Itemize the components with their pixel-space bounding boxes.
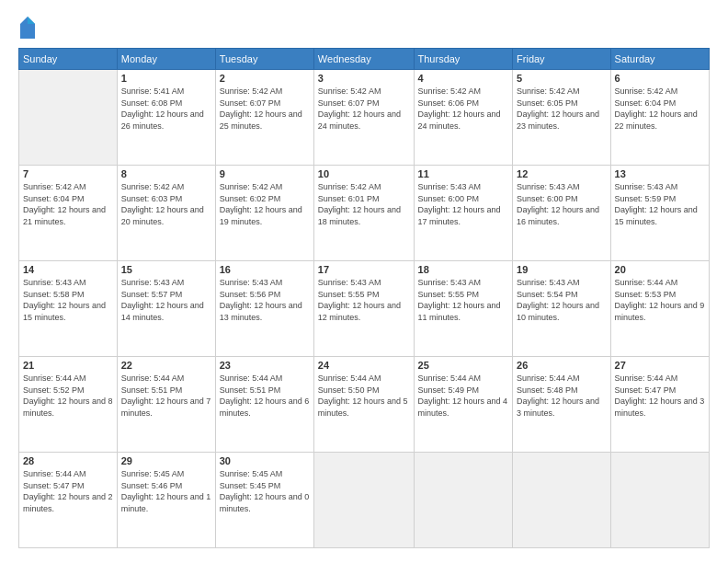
sunset-time: Sunset: 6:07 PM bbox=[318, 98, 410, 109]
calendar-cell bbox=[414, 453, 513, 548]
day-number: 12 bbox=[517, 168, 607, 179]
daylight-hours: Daylight: 12 hours and 15 minutes. bbox=[615, 204, 705, 227]
calendar-week-row: 1 Sunrise: 5:41 AM Sunset: 6:08 PM Dayli… bbox=[19, 70, 710, 166]
calendar-cell: 1 Sunrise: 5:41 AM Sunset: 6:08 PM Dayli… bbox=[117, 70, 215, 166]
weekday-header: Tuesday bbox=[215, 49, 313, 70]
sunrise-time: Sunrise: 5:42 AM bbox=[615, 86, 705, 98]
daylight-hours: Daylight: 12 hours and 10 minutes. bbox=[517, 300, 607, 323]
calendar-cell: 29 Sunrise: 5:45 AM Sunset: 5:46 PM Dayl… bbox=[117, 453, 215, 548]
sunrise-time: Sunrise: 5:43 AM bbox=[220, 277, 310, 289]
daylight-hours: Daylight: 12 hours and 17 minutes. bbox=[418, 204, 509, 227]
sunrise-time: Sunrise: 5:43 AM bbox=[615, 181, 705, 193]
daylight-hours: Daylight: 12 hours and 16 minutes. bbox=[517, 204, 607, 227]
day-number: 4 bbox=[418, 73, 509, 84]
calendar-cell: 12 Sunrise: 5:43 AM Sunset: 6:00 PM Dayl… bbox=[513, 166, 611, 261]
sunset-time: Sunset: 5:51 PM bbox=[121, 385, 211, 396]
logo bbox=[18, 15, 39, 40]
calendar-cell: 19 Sunrise: 5:43 AM Sunset: 5:54 PM Dayl… bbox=[513, 261, 611, 357]
day-info: Sunrise: 5:43 AM Sunset: 6:00 PM Dayligh… bbox=[517, 181, 607, 227]
calendar-cell: 10 Sunrise: 5:42 AM Sunset: 6:01 PM Dayl… bbox=[313, 166, 414, 261]
sunset-time: Sunset: 5:48 PM bbox=[517, 385, 607, 396]
daylight-hours: Daylight: 12 hours and 12 minutes. bbox=[318, 300, 410, 323]
calendar-cell: 8 Sunrise: 5:42 AM Sunset: 6:03 PM Dayli… bbox=[117, 166, 215, 261]
daylight-hours: Daylight: 12 hours and 15 minutes. bbox=[23, 300, 113, 323]
sunrise-time: Sunrise: 5:43 AM bbox=[418, 181, 509, 193]
day-info: Sunrise: 5:44 AM Sunset: 5:52 PM Dayligh… bbox=[23, 373, 113, 419]
weekday-header: Sunday bbox=[19, 49, 118, 70]
calendar-cell: 30 Sunrise: 5:45 AM Sunset: 5:45 PM Dayl… bbox=[215, 453, 313, 548]
sunrise-time: Sunrise: 5:45 AM bbox=[220, 468, 310, 480]
sunrise-time: Sunrise: 5:44 AM bbox=[615, 373, 705, 385]
calendar-week-row: 21 Sunrise: 5:44 AM Sunset: 5:52 PM Dayl… bbox=[19, 357, 710, 453]
daylight-hours: Daylight: 12 hours and 19 minutes. bbox=[220, 204, 310, 227]
sunrise-time: Sunrise: 5:42 AM bbox=[517, 86, 607, 98]
daylight-hours: Daylight: 12 hours and 23 minutes. bbox=[517, 109, 607, 132]
calendar-page: SundayMondayTuesdayWednesdayThursdayFrid… bbox=[0, 0, 728, 563]
daylight-hours: Daylight: 12 hours and 1 minute. bbox=[121, 491, 211, 514]
daylight-hours: Daylight: 12 hours and 26 minutes. bbox=[121, 109, 211, 132]
day-number: 23 bbox=[220, 360, 310, 371]
day-info: Sunrise: 5:41 AM Sunset: 6:08 PM Dayligh… bbox=[121, 86, 211, 132]
sunrise-time: Sunrise: 5:42 AM bbox=[318, 86, 410, 98]
daylight-hours: Daylight: 12 hours and 13 minutes. bbox=[220, 300, 310, 323]
daylight-hours: Daylight: 12 hours and 22 minutes. bbox=[615, 109, 705, 132]
day-number: 19 bbox=[517, 264, 607, 275]
day-number: 13 bbox=[615, 168, 705, 179]
day-info: Sunrise: 5:42 AM Sunset: 6:03 PM Dayligh… bbox=[121, 181, 211, 227]
sunrise-time: Sunrise: 5:43 AM bbox=[318, 277, 410, 289]
calendar-cell bbox=[19, 70, 118, 166]
sunrise-time: Sunrise: 5:43 AM bbox=[517, 181, 607, 193]
calendar-cell: 18 Sunrise: 5:43 AM Sunset: 5:55 PM Dayl… bbox=[414, 261, 513, 357]
sunrise-time: Sunrise: 5:42 AM bbox=[23, 181, 113, 193]
day-number: 21 bbox=[23, 360, 113, 371]
day-info: Sunrise: 5:42 AM Sunset: 6:06 PM Dayligh… bbox=[418, 86, 509, 132]
calendar-table: SundayMondayTuesdayWednesdayThursdayFrid… bbox=[18, 48, 710, 548]
day-info: Sunrise: 5:43 AM Sunset: 6:00 PM Dayligh… bbox=[418, 181, 509, 227]
calendar-cell: 21 Sunrise: 5:44 AM Sunset: 5:52 PM Dayl… bbox=[19, 357, 118, 453]
day-info: Sunrise: 5:43 AM Sunset: 5:55 PM Dayligh… bbox=[418, 277, 509, 323]
day-info: Sunrise: 5:43 AM Sunset: 5:56 PM Dayligh… bbox=[220, 277, 310, 323]
day-number: 30 bbox=[220, 455, 310, 466]
sunset-time: Sunset: 6:00 PM bbox=[418, 193, 509, 205]
calendar-week-row: 7 Sunrise: 5:42 AM Sunset: 6:04 PM Dayli… bbox=[19, 166, 710, 261]
page-header bbox=[18, 15, 710, 40]
calendar-cell: 5 Sunrise: 5:42 AM Sunset: 6:05 PM Dayli… bbox=[513, 70, 611, 166]
day-number: 5 bbox=[517, 73, 607, 84]
logo-icon bbox=[18, 15, 37, 40]
weekday-header: Thursday bbox=[414, 49, 513, 70]
day-info: Sunrise: 5:43 AM Sunset: 5:58 PM Dayligh… bbox=[23, 277, 113, 323]
sunrise-time: Sunrise: 5:43 AM bbox=[121, 277, 211, 289]
sunset-time: Sunset: 5:50 PM bbox=[318, 385, 410, 396]
sunrise-time: Sunrise: 5:44 AM bbox=[23, 468, 113, 480]
day-info: Sunrise: 5:42 AM Sunset: 6:02 PM Dayligh… bbox=[220, 181, 310, 227]
daylight-hours: Daylight: 12 hours and 21 minutes. bbox=[23, 204, 113, 227]
calendar-cell: 2 Sunrise: 5:42 AM Sunset: 6:07 PM Dayli… bbox=[215, 70, 313, 166]
daylight-hours: Daylight: 12 hours and 3 minutes. bbox=[517, 396, 607, 419]
sunrise-time: Sunrise: 5:43 AM bbox=[23, 277, 113, 289]
calendar-cell: 9 Sunrise: 5:42 AM Sunset: 6:02 PM Dayli… bbox=[215, 166, 313, 261]
sunset-time: Sunset: 6:07 PM bbox=[220, 98, 310, 109]
calendar-cell: 26 Sunrise: 5:44 AM Sunset: 5:48 PM Dayl… bbox=[513, 357, 611, 453]
calendar-cell bbox=[513, 453, 611, 548]
sunset-time: Sunset: 6:00 PM bbox=[517, 193, 607, 205]
sunset-time: Sunset: 5:52 PM bbox=[23, 385, 113, 396]
svg-marker-1 bbox=[28, 17, 35, 24]
day-info: Sunrise: 5:42 AM Sunset: 6:05 PM Dayligh… bbox=[517, 86, 607, 132]
sunset-time: Sunset: 6:02 PM bbox=[220, 193, 310, 205]
day-number: 22 bbox=[121, 360, 211, 371]
sunset-time: Sunset: 5:45 PM bbox=[220, 480, 310, 492]
daylight-hours: Daylight: 12 hours and 2 minutes. bbox=[23, 491, 113, 514]
sunrise-time: Sunrise: 5:43 AM bbox=[517, 277, 607, 289]
daylight-hours: Daylight: 12 hours and 5 minutes. bbox=[318, 396, 410, 419]
calendar-cell: 16 Sunrise: 5:43 AM Sunset: 5:56 PM Dayl… bbox=[215, 261, 313, 357]
day-number: 29 bbox=[121, 455, 211, 466]
sunrise-time: Sunrise: 5:42 AM bbox=[318, 181, 410, 193]
daylight-hours: Daylight: 12 hours and 6 minutes. bbox=[220, 396, 310, 419]
daylight-hours: Daylight: 12 hours and 20 minutes. bbox=[121, 204, 211, 227]
sunset-time: Sunset: 5:46 PM bbox=[121, 480, 211, 492]
day-info: Sunrise: 5:44 AM Sunset: 5:51 PM Dayligh… bbox=[220, 373, 310, 419]
day-number: 24 bbox=[318, 360, 410, 371]
day-number: 26 bbox=[517, 360, 607, 371]
calendar-cell bbox=[313, 453, 414, 548]
calendar-cell: 15 Sunrise: 5:43 AM Sunset: 5:57 PM Dayl… bbox=[117, 261, 215, 357]
